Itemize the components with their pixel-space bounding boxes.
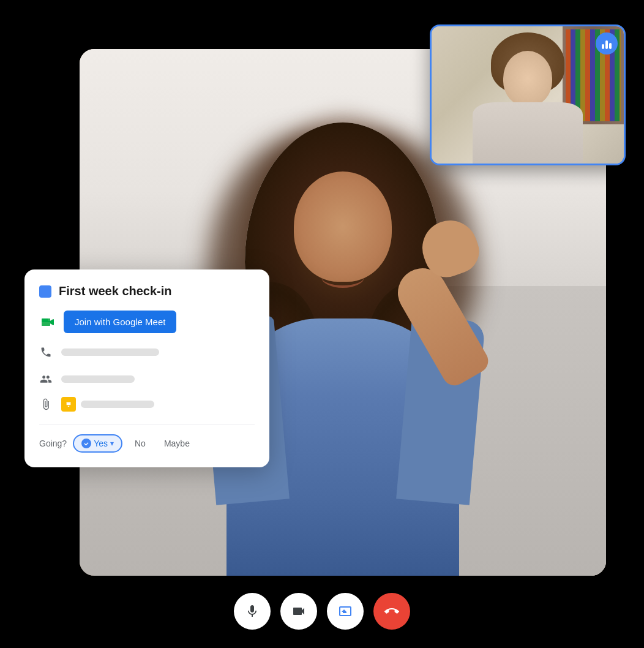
person-smile bbox=[321, 266, 364, 288]
mute-mic-button[interactable] bbox=[234, 593, 271, 630]
share-screen-button[interactable] bbox=[327, 593, 364, 630]
call-controls bbox=[234, 593, 410, 630]
audio-bar-2 bbox=[605, 40, 608, 49]
card-divider bbox=[39, 424, 255, 424]
person-face bbox=[294, 171, 392, 282]
pip-person-face bbox=[503, 51, 552, 106]
join-google-meet-button[interactable]: Join with Google Meet bbox=[64, 311, 176, 333]
attachment-filename bbox=[81, 401, 154, 408]
google-slides-icon bbox=[61, 397, 76, 412]
meet-row: Join with Google Meet bbox=[39, 311, 255, 333]
audio-indicator bbox=[596, 32, 618, 55]
audio-bar-3 bbox=[609, 43, 612, 49]
rsvp-row: Going? Yes ▾ No Maybe bbox=[39, 434, 255, 453]
share-screen-icon bbox=[338, 604, 353, 619]
toggle-camera-button[interactable] bbox=[280, 593, 317, 630]
attachment-content bbox=[61, 397, 154, 412]
rsvp-maybe-button[interactable]: Maybe bbox=[158, 435, 196, 451]
yes-checkmark-icon bbox=[81, 439, 91, 448]
attachment-row bbox=[39, 397, 255, 412]
end-call-icon bbox=[384, 604, 399, 619]
svg-rect-3 bbox=[68, 406, 70, 407]
phone-row bbox=[39, 343, 255, 361]
rsvp-yes-label: Yes bbox=[94, 439, 108, 448]
calendar-card: First week check-in Join with Google Mee… bbox=[24, 269, 269, 467]
scene: First week check-in Join with Google Mee… bbox=[0, 0, 644, 648]
end-call-button[interactable] bbox=[373, 593, 410, 630]
microphone-icon bbox=[245, 604, 260, 619]
card-title-row: First week check-in bbox=[39, 284, 255, 298]
phone-icon bbox=[39, 345, 53, 359]
audio-bar-1 bbox=[602, 44, 604, 49]
camera-icon bbox=[291, 604, 306, 619]
google-meet-icon bbox=[39, 314, 56, 331]
going-label: Going? bbox=[39, 439, 67, 448]
calendar-color-indicator bbox=[39, 285, 51, 298]
pip-video-background bbox=[432, 26, 624, 164]
svg-rect-2 bbox=[67, 402, 71, 405]
phone-details bbox=[61, 348, 159, 356]
attendees-row bbox=[39, 370, 255, 388]
pip-video bbox=[430, 24, 626, 165]
attendees-details bbox=[61, 375, 135, 383]
attendees-icon bbox=[39, 372, 53, 386]
chevron-down-icon: ▾ bbox=[110, 439, 114, 448]
event-title: First week check-in bbox=[59, 284, 172, 298]
attachment-icon bbox=[39, 397, 53, 411]
rsvp-yes-button[interactable]: Yes ▾ bbox=[73, 434, 122, 453]
audio-bars bbox=[602, 38, 612, 49]
rsvp-no-button[interactable]: No bbox=[129, 435, 152, 451]
pip-person-body bbox=[473, 102, 583, 164]
